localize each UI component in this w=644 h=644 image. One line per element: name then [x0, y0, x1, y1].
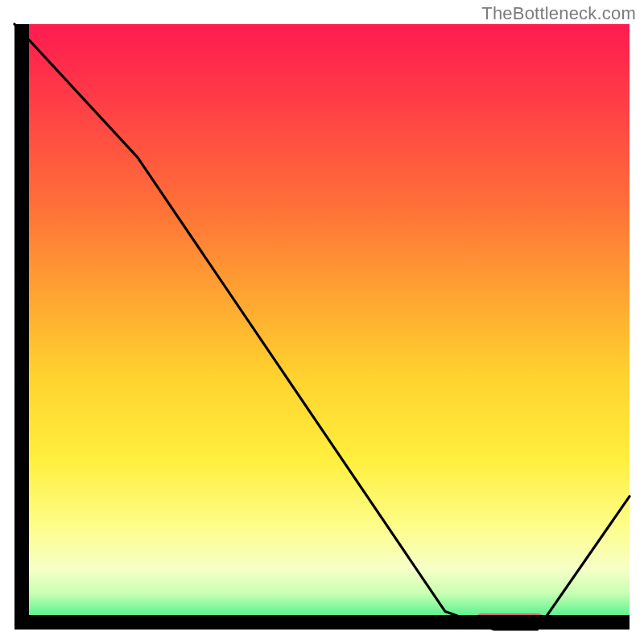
- bottleneck-curve-path: [14, 24, 630, 630]
- optimal-range-marker: [476, 613, 543, 625]
- plot-area: [14, 24, 630, 630]
- attribution-label: TheBottleneck.com: [481, 3, 636, 24]
- bottleneck-chart: TheBottleneck.com: [0, 0, 644, 644]
- bottleneck-curve-svg: [14, 24, 630, 630]
